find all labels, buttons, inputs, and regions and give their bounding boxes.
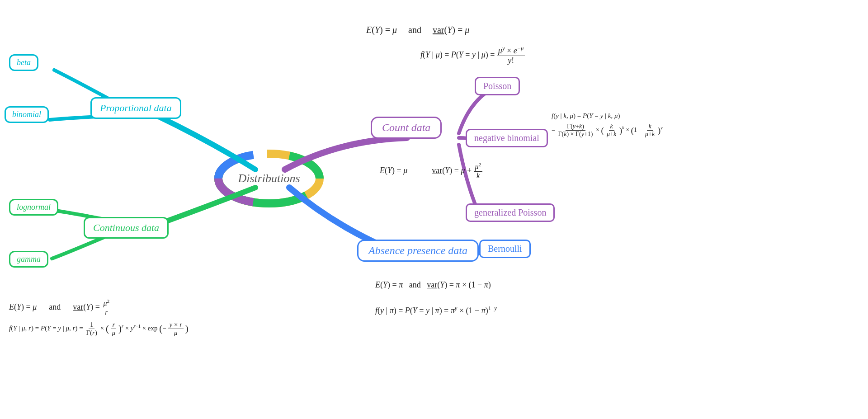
bernoulli-box: Bernoulli — [479, 240, 531, 258]
poisson-node: Poisson — [475, 77, 520, 95]
absence-node: Absence presence data — [357, 240, 479, 262]
continuous-node: Continuous data — [84, 217, 169, 239]
count-box: Count data — [371, 117, 442, 139]
neg-binomial-box: negative binomial — [466, 129, 548, 147]
lognormal-node: lognormal — [9, 199, 58, 216]
bernoulli-ev-formula: E(Y) = π and var(Y) = π × (1 − π) — [375, 280, 491, 290]
count-node: Count data — [371, 117, 442, 139]
nb-ev-formula: E(Y) = μ var(Y) = μ + μ2 k — [380, 162, 482, 180]
lognormal-box: lognormal — [9, 199, 58, 216]
poisson-pmf-formula: f(Y | μ) = P(Y = y | μ) = μy × e−μ y! — [420, 45, 525, 66]
gamma-pmf-formula: f(Y | μ, r) = P(Y = y | μ, r) = 1 Γ(r) ×… — [9, 321, 189, 337]
gamma-ev-formula: E(Y) = μ and var(Y) = μ2 r — [9, 298, 111, 317]
gen-poisson-box: generalized Poisson — [466, 203, 555, 222]
continuous-box: Continuous data — [84, 217, 169, 239]
binomial-node: binomial — [5, 106, 49, 123]
absence-box: Absence presence data — [357, 240, 479, 262]
gamma-box: gamma — [9, 251, 48, 268]
poisson-box: Poisson — [475, 77, 520, 95]
bernoulli-pmf-formula: f(y | π) = P(Y = y | π) = πy × (1 − π)1−… — [375, 305, 497, 315]
center-node: Distributions — [217, 154, 321, 203]
proportional-node: Proportional data — [90, 97, 181, 119]
binomial-box: binomial — [5, 106, 49, 123]
beta-box: beta — [9, 54, 38, 71]
neg-binomial-node: negative binomial — [466, 129, 548, 147]
nb-pmf-formula: = Γ(y+k) Γ(k) × Γ(y+1) × ( k μ+k )k × (1… — [552, 123, 663, 138]
poisson-ev-formula: E(Y) = μ and var(Y) = μ — [366, 25, 469, 35]
gamma-node: gamma — [9, 251, 48, 268]
gen-poisson-node: generalized Poisson — [466, 203, 555, 222]
proportional-box: Proportional data — [90, 97, 181, 119]
center-label: Distributions — [238, 172, 300, 185]
bernoulli-node: Bernoulli — [479, 240, 531, 258]
beta-node: beta — [9, 54, 38, 71]
nb-pmf-label: f(y | k, μ) = P(Y = y | k, μ) — [552, 112, 620, 120]
